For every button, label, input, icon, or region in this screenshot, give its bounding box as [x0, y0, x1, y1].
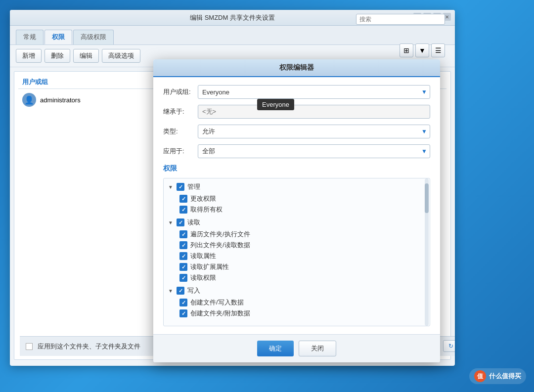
perm-group-read: ▼ 读取 遍历文件夹/执行文件 列出文件夹/读取数据 读取属性 [168, 218, 426, 283]
write-items: 创建文件/写入数据 创建文件夹/附加数据 [168, 297, 426, 319]
search-input[interactable] [356, 14, 445, 25]
list-view-btn[interactable]: ☰ [431, 44, 445, 57]
top-right-toolbar: ⊞ ▼ ☰ [400, 44, 445, 57]
permissions-scroll[interactable]: ▼ 管理 更改权限 取得所有权 ▼ [163, 178, 430, 326]
perm-list-read-data: 列出文件夹/读取数据 [179, 240, 426, 251]
inherit-label: 继承于: [163, 107, 198, 116]
manage-collapse-arrow: ▼ [168, 184, 174, 190]
watermark-text: 什么值得买 [489, 372, 521, 381]
perm-read-permissions: 读取权限 [179, 272, 426, 283]
tab-permissions[interactable]: 权限 [44, 30, 72, 44]
traverse-execute-checkbox[interactable] [179, 230, 187, 238]
write-label: 写入 [187, 286, 200, 295]
permissions-section-title: 权限 [163, 164, 430, 173]
read-collapse-arrow: ▼ [168, 219, 174, 225]
perm-read-attrs: 读取属性 [179, 251, 426, 261]
perm-traverse-execute: 遍历文件夹/执行文件 [179, 229, 426, 240]
scrollbar-thumb[interactable] [425, 183, 429, 213]
change-permissions-label: 更改权限 [190, 194, 216, 203]
dropdown-view-btn[interactable]: ▼ [415, 44, 429, 57]
apply-to-label: 应用于: [163, 147, 198, 156]
change-permissions-checkbox[interactable] [179, 195, 187, 203]
write-collapse-arrow: ▼ [168, 288, 174, 294]
dropdown-suggestion[interactable]: Everyone [257, 99, 294, 110]
user-group-control: ▼ Everyone [198, 85, 430, 99]
user-group-row: 用户或组: ▼ Everyone [163, 85, 430, 99]
perm-create-folder-append: 创建文件夹/附加数据 [179, 308, 426, 319]
read-permissions-label: 读取权限 [190, 273, 216, 282]
read-attrs-checkbox[interactable] [179, 252, 187, 260]
take-ownership-checkbox[interactable] [179, 206, 187, 214]
scrollbar-track[interactable] [425, 178, 429, 326]
perm-group-manage: ▼ 管理 更改权限 取得所有权 [168, 182, 426, 215]
dialog-titlebar: 权限编辑器 [153, 59, 440, 77]
delete-button[interactable]: 删除 [44, 49, 70, 63]
create-write-label: 创建文件/写入数据 [190, 298, 244, 307]
apply-checkbox[interactable] [26, 343, 33, 350]
type-input[interactable] [198, 125, 430, 138]
manage-items: 更改权限 取得所有权 [168, 193, 426, 215]
add-button[interactable]: 新增 [16, 49, 42, 63]
read-attrs-label: 读取属性 [190, 252, 216, 261]
tab-general[interactable]: 常规 [16, 30, 44, 44]
type-control: ▼ [198, 125, 430, 138]
confirm-button[interactable]: 确定 [257, 341, 294, 356]
bg-window-title: 编辑 SMZDM 共享文件夹设置 [190, 13, 275, 22]
list-header-label: 用户或组 [22, 78, 48, 87]
dialog-title: 权限编辑器 [279, 63, 314, 72]
read-label: 读取 [187, 218, 200, 227]
perm-create-write: 创建文件/写入数据 [179, 297, 426, 308]
user-group-input[interactable] [198, 85, 430, 99]
perm-group-read-header[interactable]: ▼ 读取 [168, 218, 426, 227]
read-permissions-checkbox[interactable] [179, 274, 187, 282]
type-row: 类型: ▼ [163, 125, 430, 138]
manage-label: 管理 [187, 182, 200, 191]
perm-read-ext-attrs: 读取扩展属性 [179, 261, 426, 272]
advanced-button[interactable]: 高级选项 [102, 49, 140, 63]
bg-tabs: 常规 权限 高级权限 [10, 26, 455, 45]
type-label: 类型: [163, 127, 198, 136]
edit-button[interactable]: 编辑 [73, 49, 99, 63]
apply-label: 应用到这个文件夹、子文件夹及文件 [38, 342, 140, 351]
manage-checkbox[interactable] [177, 183, 184, 191]
read-ext-attrs-checkbox[interactable] [179, 263, 187, 271]
grid-view-btn[interactable]: ⊞ [400, 44, 413, 57]
user-group-label: 用户或组: [163, 87, 198, 96]
create-write-checkbox[interactable] [179, 299, 187, 306]
perm-group-write: ▼ 写入 创建文件/写入数据 创建文件夹/附加数据 [168, 286, 426, 319]
list-read-data-label: 列出文件夹/读取数据 [190, 241, 250, 250]
inherit-row: 继承于: [163, 105, 430, 119]
apply-to-row: 应用于: ▼ [163, 144, 430, 158]
perm-change-permissions: 更改权限 [179, 193, 426, 204]
perm-group-write-header[interactable]: ▼ 写入 [168, 286, 426, 295]
create-folder-append-label: 创建文件夹/附加数据 [190, 309, 250, 318]
create-folder-append-checkbox[interactable] [179, 309, 187, 317]
perm-group-manage-header[interactable]: ▼ 管理 [168, 182, 426, 191]
list-read-data-checkbox[interactable] [179, 241, 187, 249]
watermark-icon: 值 [474, 370, 486, 382]
close-dialog-button[interactable]: 关闭 [299, 341, 336, 356]
inherit-control [198, 105, 430, 119]
read-items: 遍历文件夹/执行文件 列出文件夹/读取数据 读取属性 读取扩展属性 [168, 229, 426, 283]
apply-to-input[interactable] [198, 144, 430, 158]
write-checkbox[interactable] [177, 287, 184, 295]
read-checkbox[interactable] [177, 218, 184, 226]
read-ext-attrs-label: 读取扩展属性 [190, 262, 229, 271]
watermark: 值 什么值得买 [469, 368, 526, 384]
apply-to-control: ▼ [198, 144, 430, 158]
permission-dialog: 权限编辑器 用户或组: ▼ Everyone 继承于: 类型: ▼ [153, 59, 440, 362]
refresh-btn[interactable]: ↻ [443, 340, 455, 352]
perm-take-ownership: 取得所有权 [179, 204, 426, 215]
user-name: administrators [40, 96, 81, 104]
traverse-execute-label: 遍历文件夹/执行文件 [190, 230, 250, 239]
tab-advanced-permissions[interactable]: 高级权限 [73, 30, 114, 44]
user-icon: 👤 [22, 93, 36, 107]
take-ownership-label: 取得所有权 [190, 205, 222, 214]
dialog-body: 用户或组: ▼ Everyone 继承于: 类型: ▼ 应用于: [153, 77, 440, 334]
inherit-input[interactable] [198, 105, 430, 119]
dialog-footer: 确定 关闭 [153, 334, 440, 362]
